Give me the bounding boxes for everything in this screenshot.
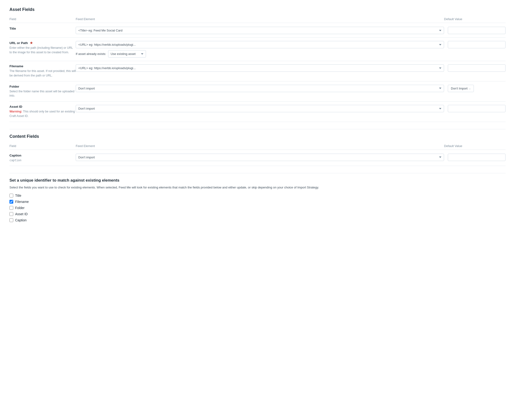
caption-default-value-input[interactable]	[448, 154, 506, 161]
field-controls-caption: Don't import	[76, 154, 444, 161]
section-divider-2	[9, 173, 506, 173]
checkbox-asset-id-label: Asset ID	[15, 212, 28, 216]
checkbox-caption-label: Caption	[15, 218, 27, 222]
header-field: Field	[9, 17, 76, 21]
content-header-default-value: Default Value	[444, 144, 506, 148]
content-fields-section: Content Fields Field Feed Element Defaul…	[9, 134, 506, 166]
field-row-url-path: URL or Path ★ Enter either the path (inc…	[9, 38, 506, 61]
if-exists-select[interactable]: Use existing asset Don't import Replace	[108, 50, 146, 58]
title-default-value-col	[444, 27, 506, 34]
caption-sublabel: caption	[9, 158, 76, 162]
checkbox-item-asset-id[interactable]: Asset ID	[9, 212, 506, 216]
title-default-value-input[interactable]	[448, 27, 506, 34]
caption-default-value-col	[444, 154, 506, 161]
identifier-section: Set a unique identifier to match against…	[9, 178, 506, 222]
header-default-value: Default Value	[444, 17, 506, 21]
section-divider-1	[9, 129, 506, 129]
checkbox-folder-label: Folder	[15, 206, 25, 210]
checkbox-folder[interactable]	[9, 206, 13, 210]
field-label-caption: Caption caption	[9, 154, 76, 162]
field-controls-filename: <URL> eg: https://verbb.io/uploads/plugi…	[76, 64, 444, 72]
required-marker: ★	[30, 41, 33, 45]
field-controls-folder: Don't import	[76, 85, 444, 92]
dont-import-label: Don't Import	[451, 87, 467, 90]
url-path-default-value-col	[444, 41, 506, 48]
url-path-default-value-input[interactable]	[448, 41, 506, 48]
chevron-down-icon: ⌄	[469, 87, 471, 90]
caption-feed-element-select[interactable]: Don't import	[76, 154, 444, 161]
field-label-url-path: URL or Path ★ Enter either the path (inc…	[9, 41, 76, 55]
url-path-feed-element-select[interactable]: <URL> eg: https://verbb.io/uploads/plugi…	[76, 41, 444, 48]
field-label-asset-id: Asset ID Warning: This should only be us…	[9, 105, 76, 118]
checkbox-item-filename[interactable]: Filename	[9, 200, 506, 204]
header-feed-element: Feed Element	[76, 17, 444, 21]
asset-id-default-value-input[interactable]	[448, 105, 506, 112]
content-header-feed-element: Feed Element	[76, 144, 444, 148]
field-row-title: Title <Title> eg: Feed Me Social Card Do…	[9, 23, 506, 38]
title-feed-element-select[interactable]: <Title> eg: Feed Me Social Card Don't im…	[76, 27, 444, 34]
field-label-title: Title	[9, 27, 76, 30]
checkbox-item-folder[interactable]: Folder	[9, 206, 506, 210]
asset-id-default-value-col	[444, 105, 506, 112]
checkbox-title-label: Title	[15, 194, 21, 197]
field-row-caption: Caption caption Don't import	[9, 150, 506, 166]
checkbox-item-title[interactable]: Title	[9, 194, 506, 197]
checkbox-caption[interactable]	[9, 218, 13, 222]
identifier-title: Set a unique identifier to match against…	[9, 178, 506, 183]
content-fields-header: Field Feed Element Default Value	[9, 143, 506, 150]
asset-id-feed-element-select[interactable]: Don't import	[76, 105, 444, 112]
asset-fields-header: Field Feed Element Default Value	[9, 16, 506, 23]
checkbox-item-caption[interactable]: Caption	[9, 218, 506, 222]
field-controls-title: <Title> eg: Feed Me Social Card Don't im…	[76, 27, 444, 34]
checkbox-list: Title Filename Folder Asset ID Caption	[9, 194, 506, 222]
content-fields-title: Content Fields	[9, 134, 506, 139]
dont-import-button[interactable]: Don't Import ⌄	[448, 85, 474, 92]
asset-fields-title: Asset Fields	[9, 7, 506, 12]
field-row-asset-id: Asset ID Warning: This should only be us…	[9, 102, 506, 122]
warning-label: Warning:	[9, 110, 22, 113]
field-label-folder: Folder Select the folder name this asset…	[9, 85, 76, 98]
folder-default-value-col: Don't Import ⌄	[444, 85, 506, 92]
field-row-filename: Filename The filename for this asset. If…	[9, 61, 506, 82]
asset-fields-section: Asset Fields Field Feed Element Default …	[9, 7, 506, 122]
if-exists-row: If asset already exists: Use existing as…	[76, 50, 444, 58]
folder-feed-element-select[interactable]: Don't import	[76, 85, 444, 92]
checkbox-asset-id[interactable]	[9, 212, 13, 216]
field-controls-asset-id: Don't import	[76, 105, 444, 112]
filename-default-value-col	[444, 64, 506, 72]
field-controls-url-path: <URL> eg: https://verbb.io/uploads/plugi…	[76, 41, 444, 58]
if-exists-label: If asset already exists:	[76, 52, 106, 56]
content-header-field: Field	[9, 144, 76, 148]
checkbox-title[interactable]	[9, 194, 13, 197]
identifier-description: Select the fields you want to use to che…	[9, 185, 506, 190]
checkbox-filename[interactable]	[9, 200, 13, 204]
filename-feed-element-select[interactable]: <URL> eg: https://verbb.io/uploads/plugi…	[76, 64, 444, 72]
field-label-filename: Filename The filename for this asset. If…	[9, 64, 76, 78]
field-row-folder: Folder Select the folder name this asset…	[9, 82, 506, 102]
filename-default-value-input[interactable]	[448, 64, 506, 72]
checkbox-filename-label: Filename	[15, 200, 29, 204]
